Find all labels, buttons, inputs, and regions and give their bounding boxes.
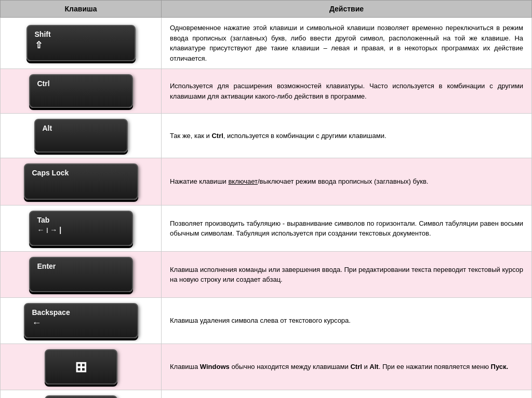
key-cell: ▤ [1,390,162,399]
table-row: Backspace ← Клавиша удаления символа сле… [1,298,532,344]
table-row: Ctrl Используется для расширения возможн… [1,69,532,114]
description-cell: Так же, как и Ctrl, используется в комби… [162,114,532,158]
key-cell: Backspace ← [1,298,162,344]
table-row: ▤ Клавиша вызывает контекстное меню объе… [1,390,532,399]
column-header-key: Клавиша [1,1,162,18]
description-cell: Используется для расширения возможностей… [162,69,532,114]
key-cell: Enter [1,252,162,298]
description-cell: Одновременное нажатие этой клавиши и сим… [162,18,532,69]
column-header-action: Действие [162,1,532,18]
description-cell: Нажатие клавиши включает/выключает режим… [162,158,532,205]
description-cell: Клавиша вызывает контекстное меню объект… [162,390,532,399]
key-cell: ⊞ [1,344,162,390]
table-row: Alt Так же, как и Ctrl, используется в к… [1,114,532,158]
description-cell: Клавиша Windows обычно находится между к… [162,344,532,390]
table-row: Shift ⇧ Одновременное нажатие этой клави… [1,18,532,69]
table-row: Caps Lock Нажатие клавиши включает/выклю… [1,158,532,205]
description-cell: Позволяет производить табуляцию - выравн… [162,205,532,252]
key-cell: Shift ⇧ [1,18,162,69]
key-cell: Tab ←|→| [1,205,162,252]
key-cell: Ctrl [1,69,162,114]
table-row: Enter Клавиша исполнения команды или зав… [1,252,532,298]
key-cell: Caps Lock [1,158,162,205]
key-cell: Alt [1,114,162,158]
table-row: ⊞ Клавиша Windows обычно находится между… [1,344,532,390]
table-row: Tab ←|→| Позволяет производить табуляцию… [1,205,532,252]
description-cell: Клавиша удаления символа слева от тексто… [162,298,532,344]
description-cell: Клавиша исполнения команды или завершени… [162,252,532,298]
